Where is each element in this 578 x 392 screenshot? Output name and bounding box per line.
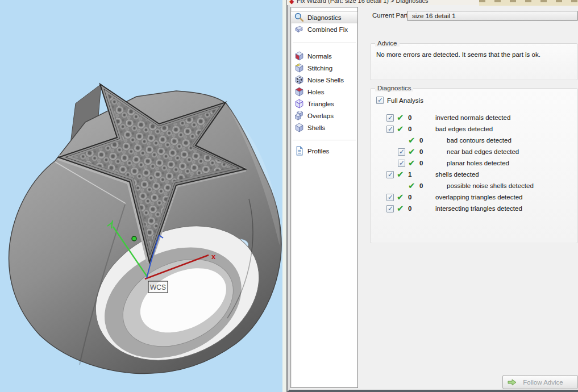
overlaps-cube-icon xyxy=(294,111,304,120)
diagnostic-label: inverted normals detected xyxy=(435,114,510,121)
diagnostic-label: bad edges detected xyxy=(435,126,493,132)
advice-text: No more errors are detected. It seems th… xyxy=(376,51,540,58)
follow-advice-label: Follow Advice xyxy=(517,379,569,386)
current-part-label: Current Part: xyxy=(372,12,410,19)
green-check-icon: ✔ xyxy=(408,182,419,190)
advice-groupbox: Advice No more errors are detected. It s… xyxy=(370,43,578,80)
diagnostic-row: ✔0bad contours detected xyxy=(371,135,577,146)
diagnostic-label: shells detected xyxy=(435,171,479,178)
background-toolbar-remnant xyxy=(479,0,578,6)
green-check-icon: ✔ xyxy=(397,205,408,213)
holes-cube-icon xyxy=(294,87,304,97)
full-analysis-label: Full Analysis xyxy=(387,97,423,104)
ring-model-render: WCS x xyxy=(0,0,282,392)
diagnostic-count: 0 xyxy=(419,148,447,155)
sidebar-item-triangles[interactable]: Triangles xyxy=(291,98,357,110)
green-check-icon: ✔ xyxy=(397,193,408,202)
diagnostic-label: possible noise shells detected xyxy=(447,182,534,189)
follow-advice-button[interactable]: Follow Advice xyxy=(502,375,578,389)
sidebar-item-noise-shells[interactable]: Noise Shells xyxy=(291,74,357,86)
diagnostic-label: planar holes detected xyxy=(447,160,509,166)
diagnostic-label: overlapping triangles detected xyxy=(435,194,522,201)
sidebar-item-label: Profiles xyxy=(307,148,329,155)
diagnostic-row: ✔0planar holes detected xyxy=(371,157,577,169)
diagnostic-count: 0 xyxy=(408,205,435,212)
sidebar-item-label: Normals xyxy=(307,53,332,60)
diagnostic-row: ✔0inverted normals detected xyxy=(371,112,577,123)
full-analysis-row: Full Analysis xyxy=(376,97,423,104)
wizard-sidebar: DiagnosticsCombined FixNormalsStitchingN… xyxy=(290,7,358,388)
diagnostic-count: 0 xyxy=(419,182,447,189)
diagnostic-count: 0 xyxy=(408,126,435,132)
diagnostic-checkbox[interactable] xyxy=(386,126,394,133)
diagnostic-checkbox[interactable] xyxy=(386,205,394,212)
sidebar-item-label: Stitching xyxy=(307,65,332,72)
stitching-cube-icon xyxy=(294,63,304,73)
advice-groupbox-title: Advice xyxy=(375,40,400,47)
sidebar-item-label: Overlaps xyxy=(307,112,334,119)
diagnostics-groupbox: Diagnostics Full Analysis ✔0inverted nor… xyxy=(370,88,578,243)
sidebar-separator xyxy=(293,140,356,140)
application-window: WCS x ◆ Fix Wizard (Part: size 16 detail… xyxy=(0,0,578,392)
diagnostic-row: ✔0possible noise shells detected xyxy=(371,180,577,191)
sidebar-item-holes[interactable]: Holes xyxy=(291,86,357,98)
shells-cube-icon xyxy=(294,123,304,132)
diagnostic-checkbox[interactable] xyxy=(398,148,405,156)
toolbar-remnant-marks xyxy=(479,0,578,2)
green-check-icon: ✔ xyxy=(408,148,419,156)
sidebar-item-label: Diagnostics xyxy=(307,14,341,21)
diagnostics-rows: ✔0inverted normals detected✔0bad edges d… xyxy=(371,112,577,214)
diagnostic-label: bad contours detected xyxy=(447,137,512,144)
diagnostic-row: ✔0bad edges detected xyxy=(371,123,577,135)
sidebar-item-combined-fix[interactable]: Combined Fix xyxy=(291,23,357,35)
diagnostic-checkbox[interactable] xyxy=(386,194,394,201)
sidebar-item-shells[interactable]: Shells xyxy=(291,122,357,134)
diagnostic-label: near bad edges detected xyxy=(447,148,519,155)
current-part-combobox[interactable]: size 16 detail 1 xyxy=(407,11,578,21)
sidebar-item-label: Shells xyxy=(307,124,325,131)
noise-shells-cube-icon xyxy=(294,75,304,85)
wizard-icon: ◆ xyxy=(289,0,294,5)
green-check-icon: ✔ xyxy=(408,159,419,168)
diagnostic-row: ✔0overlapping triangles detected xyxy=(371,191,577,203)
sidebar-separator xyxy=(293,43,356,43)
diagnostic-row: ✔0near bad edges detected xyxy=(371,146,577,157)
sidebar-item-label: Holes xyxy=(307,89,324,95)
green-check-icon: ✔ xyxy=(397,114,408,122)
diagnostic-row: ✔0intersecting triangles detected xyxy=(371,203,577,214)
3d-viewport[interactable]: WCS x xyxy=(0,0,282,392)
diagnostic-label: intersecting triangles detected xyxy=(435,205,522,212)
diagnostic-checkbox[interactable] xyxy=(386,114,394,122)
diagnostic-checkbox[interactable] xyxy=(386,171,394,178)
diagnostic-count: 0 xyxy=(408,194,435,201)
green-check-icon: ✔ xyxy=(397,170,408,179)
x-axis-label: x xyxy=(211,252,216,261)
sidebar-item-diagnostics[interactable]: Diagnostics xyxy=(291,11,357,23)
green-arrow-icon xyxy=(508,378,517,386)
sidebar-item-label: Triangles xyxy=(307,101,334,107)
diagnostic-row: ✔1shells detected xyxy=(371,169,577,180)
green-check-icon: ✔ xyxy=(397,125,408,134)
full-analysis-checkbox[interactable] xyxy=(376,97,384,104)
profiles-doc-icon xyxy=(294,146,304,156)
sidebar-item-label: Combined Fix xyxy=(307,26,348,33)
normals-cube-icon xyxy=(294,51,304,61)
diagnostic-count: 0 xyxy=(419,137,447,144)
sidebar-item-overlaps[interactable]: Overlaps xyxy=(291,110,357,122)
diagnostic-count: 0 xyxy=(419,160,447,166)
sidebar-item-stitching[interactable]: Stitching xyxy=(291,62,357,74)
green-check-icon: ✔ xyxy=(408,136,419,145)
sidebar-item-normals[interactable]: Normals xyxy=(291,50,357,62)
diagnostic-checkbox[interactable] xyxy=(398,160,405,167)
diagnostics-groupbox-title: Diagnostics xyxy=(375,85,413,91)
diagnostic-count: 1 xyxy=(408,171,435,178)
sidebar-item-label: Noise Shells xyxy=(307,77,344,84)
dialog-title: Fix Wizard (Part: size 16 detail 1) > Di… xyxy=(297,0,428,4)
triangles-cube-icon xyxy=(294,99,304,109)
magnifier-icon xyxy=(294,12,304,22)
sidebar-item-profiles[interactable]: Profiles xyxy=(291,145,357,157)
diagnostic-count: 0 xyxy=(408,114,435,121)
combined-fix-icon xyxy=(294,24,304,34)
origin-point xyxy=(132,236,136,241)
window-frame-gap xyxy=(282,0,287,392)
